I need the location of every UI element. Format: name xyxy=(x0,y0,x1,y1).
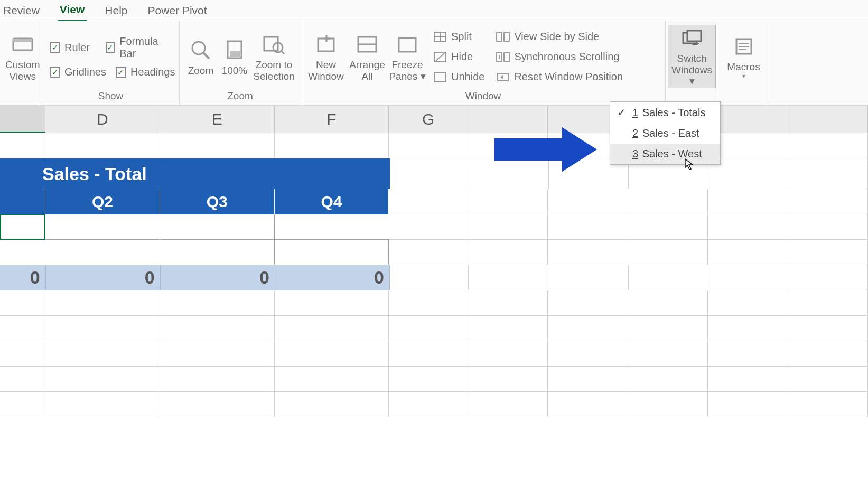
cell[interactable] xyxy=(548,392,628,417)
cell[interactable] xyxy=(275,214,389,240)
tab-view[interactable]: View xyxy=(58,2,87,22)
cell[interactable] xyxy=(390,158,469,189)
switch-windows-item-3[interactable]: 3 Sales - West xyxy=(610,144,720,164)
synchronous-scrolling-button[interactable]: Synchronous Scrolling xyxy=(495,49,624,65)
table-title[interactable]: Sales - Total xyxy=(0,158,390,189)
view-side-by-side-button[interactable]: View Side by Side xyxy=(495,29,624,45)
cell[interactable] xyxy=(548,341,628,367)
cell[interactable] xyxy=(160,392,275,417)
unhide-button[interactable]: Unhide xyxy=(432,69,486,85)
cell[interactable] xyxy=(389,133,468,158)
cell[interactable] xyxy=(45,316,160,341)
cell[interactable] xyxy=(390,265,469,290)
cell[interactable] xyxy=(708,316,788,341)
cell[interactable] xyxy=(788,290,868,316)
cell[interactable] xyxy=(160,133,275,158)
cell[interactable] xyxy=(160,214,275,240)
zoom-button[interactable]: Zoom xyxy=(185,25,217,89)
cell[interactable] xyxy=(45,133,160,158)
cell[interactable] xyxy=(708,189,788,214)
select-all-corner[interactable] xyxy=(0,106,45,133)
cell[interactable] xyxy=(160,290,275,316)
cell[interactable] xyxy=(468,189,548,214)
cell[interactable] xyxy=(389,341,468,367)
cell[interactable] xyxy=(0,316,45,341)
spreadsheet-grid[interactable]: D E F G Sales - Total Q2 Q3 Q4 xyxy=(0,106,868,488)
cell[interactable] xyxy=(628,214,708,240)
freeze-panes-button[interactable]: * Freeze Panes ▾ xyxy=(389,25,426,89)
gridlines-checkbox[interactable]: Gridlines xyxy=(50,66,106,78)
cell[interactable] xyxy=(468,214,548,240)
cell[interactable] xyxy=(628,290,708,316)
cell[interactable] xyxy=(788,316,868,341)
cell[interactable] xyxy=(275,290,389,316)
headings-checkbox[interactable]: Headings xyxy=(116,66,175,78)
cell[interactable] xyxy=(708,341,788,367)
cell[interactable] xyxy=(0,133,45,158)
cell[interactable] xyxy=(275,240,389,265)
cell[interactable] xyxy=(0,240,45,265)
cell[interactable] xyxy=(628,240,708,265)
cell[interactable] xyxy=(45,214,160,240)
totals-cell[interactable]: 0 xyxy=(46,265,161,290)
cell[interactable] xyxy=(548,290,628,316)
cell[interactable] xyxy=(275,341,389,367)
column-header-G[interactable]: G xyxy=(389,106,468,133)
cell[interactable] xyxy=(275,392,389,417)
cell[interactable] xyxy=(788,158,868,189)
cell[interactable] xyxy=(160,316,275,341)
cell[interactable] xyxy=(389,367,468,392)
cell[interactable] xyxy=(548,367,628,392)
cell[interactable] xyxy=(0,341,45,367)
cell[interactable] xyxy=(628,316,708,341)
cell[interactable] xyxy=(708,214,788,240)
table-header-q3[interactable]: Q3 xyxy=(160,189,275,214)
cell[interactable] xyxy=(389,189,468,214)
cell[interactable] xyxy=(389,316,468,341)
custom-views-button[interactable]: Custom Views xyxy=(5,25,40,89)
cell[interactable] xyxy=(788,392,868,417)
cell[interactable] xyxy=(469,265,548,290)
cell[interactable] xyxy=(548,316,628,341)
cell[interactable] xyxy=(0,392,45,417)
cell[interactable] xyxy=(468,316,548,341)
column-header-E[interactable]: E xyxy=(160,106,275,133)
zoom-100-button[interactable]: 100% xyxy=(220,25,249,89)
cell[interactable] xyxy=(468,392,548,417)
cell[interactable] xyxy=(788,341,868,367)
cell[interactable] xyxy=(389,214,469,240)
cell[interactable] xyxy=(628,341,708,367)
cell[interactable] xyxy=(708,367,788,392)
cell[interactable] xyxy=(629,265,708,290)
table-header-q2[interactable]: Q2 xyxy=(45,189,160,214)
cell[interactable] xyxy=(548,214,628,240)
split-button[interactable]: Split xyxy=(432,29,486,45)
cell[interactable] xyxy=(628,189,708,214)
column-header[interactable] xyxy=(788,106,868,133)
cell[interactable] xyxy=(708,392,788,417)
tab-review[interactable]: Review xyxy=(1,3,42,21)
cell[interactable] xyxy=(389,392,468,417)
table-header-q4[interactable]: Q4 xyxy=(275,189,389,214)
cell[interactable] xyxy=(468,367,548,392)
cell[interactable] xyxy=(708,265,788,290)
arrange-all-button[interactable]: Arrange All xyxy=(348,25,387,89)
active-cell[interactable] xyxy=(0,214,45,240)
switch-windows-item-1[interactable]: ✓ 1 Sales - Totals xyxy=(610,102,720,123)
cell[interactable] xyxy=(275,316,389,341)
table-header-cell[interactable] xyxy=(0,189,45,214)
totals-cell[interactable]: 0 xyxy=(0,265,46,290)
cell[interactable] xyxy=(468,290,548,316)
cell[interactable] xyxy=(275,367,389,392)
cell[interactable] xyxy=(548,265,628,290)
tab-power-pivot[interactable]: Power Pivot xyxy=(146,3,209,21)
cell[interactable] xyxy=(45,290,160,316)
cell[interactable] xyxy=(0,290,45,316)
cell[interactable] xyxy=(548,189,628,214)
cell[interactable] xyxy=(788,214,868,240)
cell[interactable] xyxy=(628,392,708,417)
cell[interactable] xyxy=(0,367,45,392)
totals-cell[interactable]: 0 xyxy=(275,265,390,290)
cell[interactable] xyxy=(788,265,868,290)
reset-window-position-button[interactable]: Reset Window Position xyxy=(495,69,624,85)
